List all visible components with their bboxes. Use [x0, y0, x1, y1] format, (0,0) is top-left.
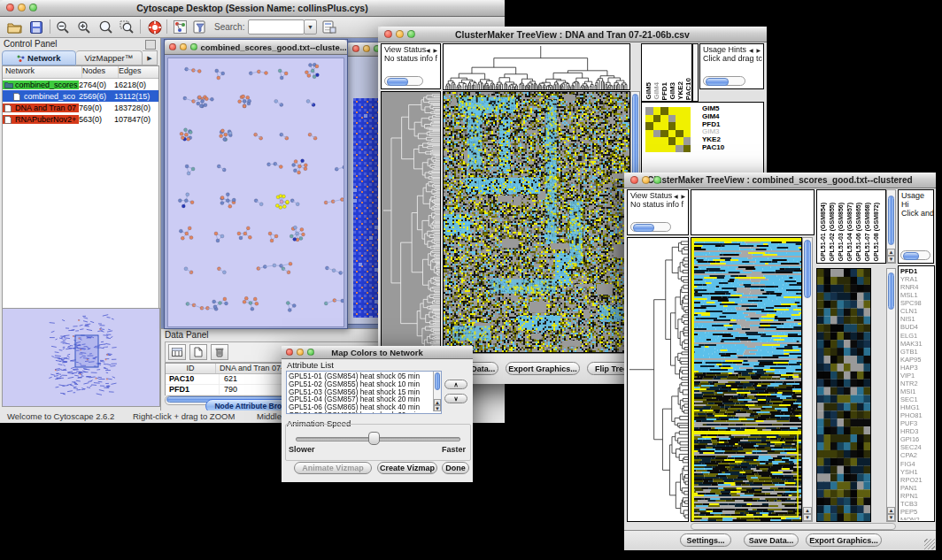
row-label[interactable]: PHO81: [900, 411, 934, 419]
new-attribute-icon[interactable]: [189, 344, 207, 360]
heatmap-cell[interactable]: [645, 107, 653, 115]
column-label[interactable]: GPL51-07 (GSM868): [863, 203, 872, 262]
tv1-global-heatmap-panel[interactable]: [443, 91, 630, 353]
zoom-button[interactable]: [407, 30, 415, 38]
heatmap-cell[interactable]: [676, 145, 683, 153]
move-up-button[interactable]: ∧: [444, 380, 467, 389]
treeview2-titlebar[interactable]: ClusterMaker TreeView : combined_scores_…: [624, 173, 936, 188]
row-label[interactable]: NTR2: [900, 380, 934, 387]
scroll-down-arrow[interactable]: ▼: [434, 405, 441, 411]
row-label[interactable]: YRA1: [900, 275, 934, 283]
tv1-column-scroll-strip[interactable]: [692, 43, 699, 102]
row-label[interactable]: MSL1: [900, 291, 934, 299]
heatmap-cell[interactable]: [683, 107, 691, 115]
main-titlebar[interactable]: Cytoscape Desktop (Session Name: collins…: [0, 0, 505, 17]
column-label[interactable]: GPL51-01 (GSM854): [819, 203, 828, 262]
column-label[interactable]: PFD1: [660, 82, 668, 100]
network-window-1-titlebar[interactable]: combined_scores_good.txt--cluste...: [165, 40, 347, 55]
tv1-gene-dendrogram-panel[interactable]: [381, 91, 441, 353]
scroll-down-arrow[interactable]: ▼: [887, 256, 895, 263]
network-overview-canvas[interactable]: [3, 309, 158, 404]
scroll-thumb[interactable]: [387, 78, 408, 86]
dialog-titlebar[interactable]: Map Colors to Network: [282, 346, 473, 359]
heatmap-cell[interactable]: [676, 130, 683, 138]
export-graphics-button[interactable]: Export Graphics...: [506, 362, 580, 375]
float-panel-icon[interactable]: [145, 40, 156, 50]
heatmap-cell[interactable]: [676, 137, 683, 145]
heatmap-cell[interactable]: [653, 115, 661, 123]
row-label[interactable]: BUD4: [900, 323, 934, 331]
column-label[interactable]: GIM5: [645, 82, 652, 100]
row-label[interactable]: ELG1: [900, 332, 934, 340]
heatmap-cell[interactable]: [653, 145, 661, 153]
scroll-thumb[interactable]: [706, 78, 729, 86]
close-button[interactable]: [286, 349, 293, 356]
heatmap-cell[interactable]: [660, 122, 668, 130]
create-vizmap-button[interactable]: Create Vizmap: [377, 462, 437, 474]
tv1-zoom-heatmap[interactable]: [645, 107, 691, 152]
row-label[interactable]: SEC1: [900, 395, 934, 403]
row-label[interactable]: NIS1: [900, 315, 934, 323]
scroll-thumb[interactable]: [888, 272, 894, 310]
resize-grip[interactable]: [924, 539, 935, 549]
tv2-status-scrollbar[interactable]: [630, 222, 671, 232]
heatmap-cell[interactable]: [653, 122, 661, 130]
heatmap-cell[interactable]: [676, 107, 683, 115]
close-button[interactable]: [384, 30, 392, 38]
close-button[interactable]: [352, 45, 359, 52]
heatmap-cell[interactable]: [660, 137, 668, 145]
tv2-heatmap-vscrollbar[interactable]: ▲ ▼: [802, 237, 813, 522]
column-label[interactable]: GPL51-02 (GSM855): [828, 203, 837, 262]
open-file-icon[interactable]: [5, 19, 23, 35]
delete-attribute-icon[interactable]: [211, 344, 228, 360]
tv1-array-dendrogram-panel[interactable]: [443, 43, 630, 90]
tv1-gene-dendrogram[interactable]: [382, 92, 440, 352]
row-label[interactable]: RPO21: [900, 476, 934, 484]
row-label[interactable]: FIG4: [900, 460, 934, 468]
tv2-hscrollbar[interactable]: [691, 523, 896, 530]
network-table-row[interactable]: DNA and Tran 07769(0)183728(0): [3, 102, 158, 113]
heatmap-cell[interactable]: [676, 122, 683, 130]
treeview1-titlebar[interactable]: ClusterMaker TreeView : DNA and Tran 07-…: [378, 27, 767, 42]
vizmapper-icon[interactable]: [171, 19, 189, 35]
heatmap-cell[interactable]: [668, 107, 676, 115]
tv1-hints-scrollbar[interactable]: [703, 76, 745, 86]
heatmap-cell[interactable]: [645, 122, 653, 130]
scroll-up-arrow[interactable]: ▲: [434, 399, 441, 405]
heatmap-cell[interactable]: [683, 137, 691, 145]
scroll-thumb[interactable]: [804, 240, 811, 298]
column-label[interactable]: YKE2: [676, 81, 683, 100]
annotation-icon[interactable]: [320, 19, 338, 35]
search-input[interactable]: [248, 19, 305, 35]
tv1-global-heatmap[interactable]: [444, 92, 629, 352]
minimize-button[interactable]: [363, 45, 370, 52]
tab-network[interactable]: Network: [2, 50, 76, 65]
network-table-row[interactable]: combined_sco2569(6)13112(15): [3, 90, 158, 102]
tv2-hints-scrollbar[interactable]: [900, 250, 930, 260]
network-canvas[interactable]: [167, 58, 344, 327]
heatmap-cell[interactable]: [668, 122, 676, 130]
heatmap-cell[interactable]: [645, 115, 653, 123]
row-label[interactable]: PAC10: [702, 144, 761, 152]
minimize-button[interactable]: [180, 43, 187, 50]
save-icon[interactable]: [27, 19, 45, 35]
row-label[interactable]: TCB3: [900, 500, 934, 508]
network-table-row[interactable]: combined_scores2764(0)16218(0): [3, 79, 158, 90]
heatmap-cell[interactable]: [683, 145, 691, 153]
row-label[interactable]: PUF3: [900, 419, 934, 427]
scroll-arrows[interactable]: ◀ ▶: [749, 46, 761, 86]
minimize-button[interactable]: [642, 176, 650, 184]
help-icon[interactable]: [146, 19, 164, 35]
tv2-zoom-vscrollbar[interactable]: ▲ ▼: [886, 268, 896, 522]
heatmap-cell[interactable]: [668, 145, 676, 153]
heatmap-cell[interactable]: [683, 130, 691, 138]
minimize-button[interactable]: [18, 4, 26, 12]
heatmap-cell[interactable]: [653, 137, 661, 145]
column-label[interactable]: PAC10: [684, 78, 691, 100]
listbox-vscrollbar[interactable]: ▲ ▼: [433, 372, 441, 411]
done-button[interactable]: Done: [442, 462, 469, 474]
tab-overflow-arrow[interactable]: ▶: [143, 50, 158, 65]
row-label[interactable]: SEC24: [900, 443, 934, 451]
close-button[interactable]: [169, 43, 176, 50]
row-label[interactable]: MAK31: [900, 340, 934, 348]
